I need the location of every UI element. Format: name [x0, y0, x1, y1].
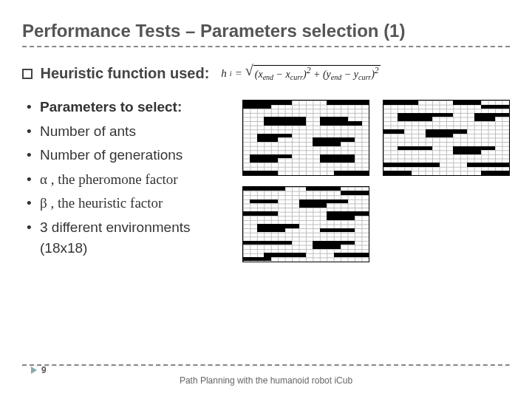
- obstacle-block: [327, 216, 355, 220]
- list-item: •3 different environments (18x18): [27, 217, 229, 259]
- obstacle-block: [398, 146, 432, 151]
- page-number: 9: [31, 365, 47, 375]
- footer-text: Path Planning with the humanoid robot iC…: [180, 375, 352, 387]
- bullet-list: •Parameters to select: •Number of ants •…: [22, 97, 229, 262]
- heuristic-label: Heuristic function used:: [22, 65, 209, 82]
- obstacle-block: [481, 171, 509, 175]
- list-header: •Parameters to select:: [27, 97, 229, 118]
- obstacle-block: [398, 117, 432, 121]
- obstacle-block: [341, 191, 369, 195]
- obstacle-block: [243, 187, 285, 191]
- obstacle-block: [334, 171, 369, 175]
- obstacle-block: [320, 121, 362, 126]
- heuristic-text: Heuristic function used:: [40, 65, 209, 81]
- list-item: •β , the heuristic factor: [27, 193, 229, 214]
- grid-env-1: [242, 100, 369, 176]
- obstacle-block: [334, 253, 369, 257]
- obstacle-block: [383, 129, 404, 134]
- obstacle-block: [383, 163, 440, 167]
- environment-grids: [242, 97, 510, 262]
- obstacle-block: [243, 105, 271, 109]
- obstacle-block: [313, 142, 341, 146]
- obstacle-block: [243, 257, 271, 262]
- heuristic-row: Heuristic function used: hi = √ (xend − …: [22, 65, 510, 82]
- obstacle-block: [306, 187, 341, 191]
- obstacle-block: [467, 163, 509, 167]
- obstacle-block: [264, 117, 306, 125]
- obstacle-block: [257, 137, 278, 142]
- obstacle-block: [383, 100, 418, 105]
- obstacle-block: [426, 134, 454, 138]
- obstacle-block: [313, 245, 341, 249]
- grid-empty-slot: [383, 186, 510, 262]
- grid-env-2: [383, 100, 510, 176]
- obstacle-block: [320, 154, 355, 163]
- list-item: •Number of ants: [27, 121, 229, 143]
- heuristic-formula: hi = √ (xend − xcurr)2 + (yend − ycurr)2: [221, 65, 380, 81]
- obstacle-block: [320, 228, 355, 233]
- obstacle-block: [299, 203, 327, 208]
- obstacle-block: [327, 100, 369, 105]
- list-item: •Number of generations: [27, 145, 229, 166]
- obstacle-block: [383, 171, 412, 175]
- obstacle-block: [453, 150, 481, 154]
- obstacle-block: [243, 241, 292, 245]
- obstacle-block: [250, 158, 278, 163]
- footer-divider: [22, 364, 510, 366]
- obstacle-block: [257, 228, 285, 233]
- obstacle-block: [481, 105, 509, 109]
- obstacle-block: [243, 211, 278, 216]
- obstacle-block: [250, 200, 278, 204]
- grid-env-3: [242, 186, 369, 262]
- obstacle-block: [474, 117, 495, 121]
- triangle-icon: [31, 366, 37, 374]
- slide-title: Performance Tests – Parameters selection…: [22, 21, 510, 41]
- obstacle-block: [243, 171, 278, 175]
- list-item: •α , the pheromone factor: [27, 169, 229, 191]
- title-divider: [22, 46, 510, 47]
- square-bullet-icon: [22, 69, 33, 79]
- obstacle-block: [453, 100, 481, 105]
